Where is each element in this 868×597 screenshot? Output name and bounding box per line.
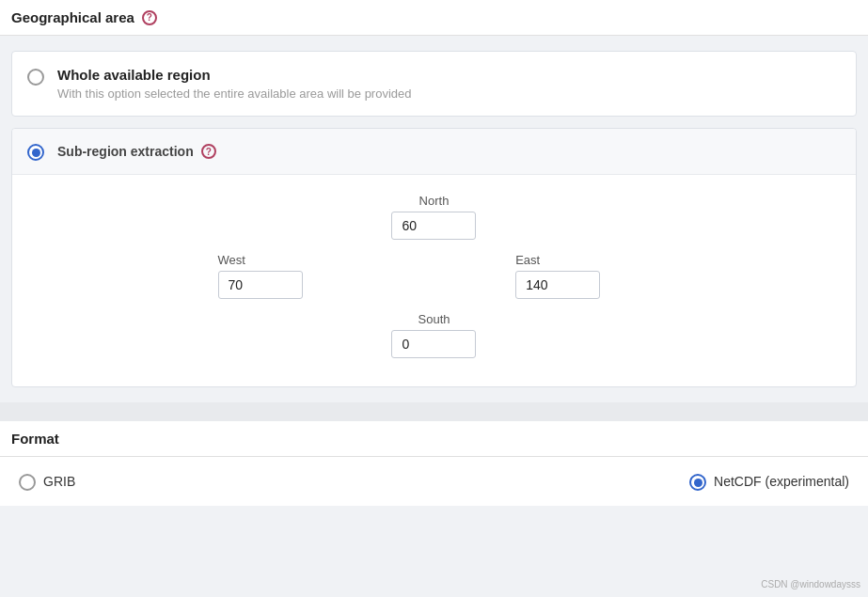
east-field: East <box>506 253 650 299</box>
whole-region-card: Whole available region With this option … <box>11 51 857 117</box>
grib-label: GRIB <box>43 474 75 489</box>
sub-region-header: Sub-region extraction ? <box>12 129 856 175</box>
south-field: South <box>362 299 506 358</box>
whole-region-description: With this option selected the entire ava… <box>57 86 841 101</box>
west-field: West <box>218 253 362 299</box>
north-label: North <box>419 194 450 208</box>
whole-region-content: Whole available region With this option … <box>57 67 841 101</box>
format-section: Format GRIB NetCDF (experimental) <box>0 421 868 506</box>
west-input[interactable] <box>218 271 303 299</box>
format-options: GRIB NetCDF (experimental) <box>0 457 868 506</box>
south-label: South <box>418 312 450 326</box>
grib-radio[interactable] <box>19 474 36 491</box>
sub-region-help-icon[interactable]: ? <box>201 144 216 159</box>
sub-region-title-area: Sub-region extraction ? <box>57 144 216 159</box>
sub-region-radio[interactable] <box>27 144 44 161</box>
south-input[interactable] <box>391 330 476 358</box>
sub-region-card: Sub-region extraction ? North West <box>11 128 857 387</box>
netcdf-option[interactable]: NetCDF (experimental) <box>689 472 849 491</box>
grib-option[interactable]: GRIB <box>19 472 75 491</box>
netcdf-label: NetCDF (experimental) <box>714 474 849 489</box>
geographical-area-header: Geographical area ? <box>0 0 868 36</box>
sub-region-title: Sub-region extraction <box>57 144 194 159</box>
netcdf-radio[interactable] <box>689 474 706 491</box>
north-field: North <box>362 194 506 253</box>
west-label: West <box>218 253 245 267</box>
east-input[interactable] <box>515 271 600 299</box>
watermark: CSDN @windowdaysss <box>761 579 860 589</box>
page-container: Geographical area ? Whole available regi… <box>0 0 868 597</box>
coordinate-layout: North West East <box>218 194 651 358</box>
north-input[interactable] <box>391 212 476 240</box>
whole-region-radio[interactable] <box>27 69 44 86</box>
section-divider <box>0 402 868 421</box>
sub-region-body: North West East <box>12 175 856 386</box>
whole-region-title: Whole available region <box>57 67 841 83</box>
center-spacer <box>362 253 506 299</box>
format-title: Format <box>11 431 59 447</box>
format-header: Format <box>0 421 868 457</box>
geographical-area-title: Geographical area <box>11 9 134 25</box>
options-area: Whole available region With this option … <box>0 36 868 402</box>
geographical-area-help-icon[interactable]: ? <box>142 10 157 25</box>
east-label: East <box>515 253 540 267</box>
